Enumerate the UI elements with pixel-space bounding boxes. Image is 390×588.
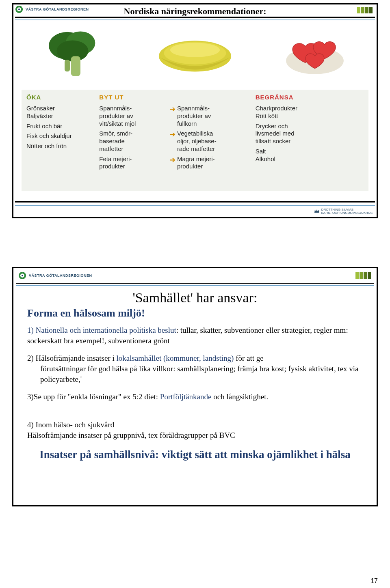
slide2-content: 'Samhället' har ansvar: Forma en hälsosa… (27, 290, 363, 462)
column-increase: ÖKA Grönsaker Baljväxter Frukt och bär F… (22, 90, 94, 191)
slide2-title: 'Samhället' har ansvar: (27, 290, 363, 306)
svg-point-8 (170, 43, 220, 57)
arrow-right-icon: ➔ (169, 105, 176, 114)
hospital-logo: DROTTNING SILVIAS BARN- OCH UNGDOMSSJUKH… (314, 208, 373, 215)
rule (15, 21, 375, 21)
rule (15, 19, 375, 19)
oka-item: Nötter och frön (26, 142, 89, 150)
begr-item: Salt Alkohol (256, 148, 364, 163)
begr-item: Drycker och livsmedel med tillsatt socke… (256, 123, 364, 145)
slide1-title: Nordiska näringsrekommendationer: (13, 6, 377, 17)
svg-point-10 (22, 275, 23, 276)
vgr-logo: VÄSTRA GÖTALANDSREGIONEN (18, 271, 92, 280)
oka-item: Frukt och bär (26, 123, 89, 130)
slide1-header: VÄSTRA GÖTALANDSREGIONEN Nordiska näring… (13, 4, 377, 17)
crown-icon (314, 209, 320, 214)
broccoli-image (22, 25, 129, 82)
slide2-subtitle: Forma en hälsosam miljö! (27, 307, 363, 319)
candy-image (261, 25, 368, 82)
closing-statement: Insatser på samhällsnivå: viktigt sätt a… (27, 448, 363, 462)
svg-rect-4 (71, 56, 80, 76)
column-swap: BYT UT Spannmåls- produkter av vitt/sikt… (94, 90, 250, 191)
swap-row: Smör, smör- baserade matfetter ➔ Vegetab… (99, 130, 245, 153)
heading-oka: ÖKA (26, 94, 89, 101)
column-limit: BEGRÄNSA Charkprodukter Rött kött Drycke… (251, 90, 368, 191)
decor-squares (355, 272, 371, 279)
oka-item: Grönsaker Baljväxter (26, 105, 89, 120)
arrow-right-icon: ➔ (169, 130, 176, 139)
oka-item: Fisk och skaldjur (26, 132, 89, 140)
svg-rect-5 (65, 60, 70, 72)
arrow-right-icon: ➔ (169, 155, 176, 165)
rule (15, 199, 375, 199)
point-1: 1) Nationella och internationella politi… (27, 325, 363, 346)
food-images-row (22, 23, 368, 84)
rule (16, 283, 374, 284)
rule (15, 205, 375, 206)
nutrition-recommendations-grid: ÖKA Grönsaker Baljväxter Frukt och bär F… (22, 90, 368, 191)
swap-row: Spannmåls- produkter av vitt/siktat mjöl… (99, 105, 245, 127)
rule (15, 201, 375, 202)
heading-bytut: BYT UT (99, 94, 245, 101)
vgr-logo-text: VÄSTRA GÖTALANDSREGIONEN (29, 274, 92, 278)
vgr-swirl-icon (18, 271, 26, 280)
slide-1: VÄSTRA GÖTALANDSREGIONEN Nordiska näring… (12, 3, 378, 218)
page-number: 17 (370, 577, 378, 585)
heading-begransa: BEGRÄNSA (256, 94, 364, 101)
begr-item: Charkprodukter Rött kött (256, 105, 364, 120)
rule (15, 17, 375, 18)
point-2: 2) Hälsofrämjande insatser i lokalsamhäl… (27, 353, 363, 384)
swap-row: Feta mejeri- produkter ➔ Magra mejeri- p… (99, 155, 245, 171)
slide-2: VÄSTRA GÖTALANDSREGIONEN 'Samhället' har… (12, 267, 378, 506)
oil-bowl-image (141, 25, 249, 82)
decor-squares (357, 7, 373, 13)
rule (16, 287, 374, 287)
point-4: 4) Inom hälso- och sjukvård Hälsofrämjan… (27, 409, 363, 441)
rule (16, 285, 374, 286)
point-3: 3)Se upp för "enkla lösningar" ex 5:2 di… (27, 392, 363, 402)
